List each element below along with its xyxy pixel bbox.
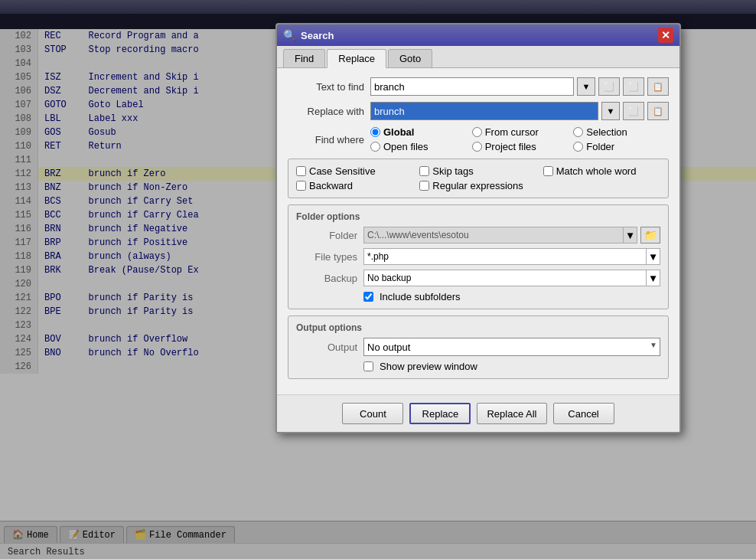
dialog-title: 🔍 Search xyxy=(283,29,334,41)
checkbox-item-case-sensitive[interactable]: Case Sensitive xyxy=(296,165,413,177)
checkbox-item-backward[interactable]: Backward xyxy=(296,180,413,191)
include-subfolders-checkbox[interactable] xyxy=(363,292,373,302)
backup-row: Backup ▼ xyxy=(296,270,660,286)
dialog-titlebar: 🔍 Search ✕ xyxy=(277,25,679,46)
backup-label: Backup xyxy=(296,273,357,284)
search-dialog: 🔍 Search ✕ FindReplaceGoto Text to find … xyxy=(275,23,681,433)
show-preview-label: Show preview window xyxy=(380,361,477,372)
checkbox-item-match-whole-word[interactable]: Match whole word xyxy=(543,165,660,177)
checkbox-label: Regular expressions xyxy=(432,180,523,191)
dialog-title-text: Search xyxy=(301,30,334,41)
radio-item-open_files[interactable]: Open files xyxy=(370,141,466,152)
include-subfolders-row: Include subfolders xyxy=(363,291,660,302)
text-to-find-input-wrap: ▼ ⬜ ⬜ 📋 xyxy=(370,77,669,96)
count-button[interactable]: Count xyxy=(342,403,403,424)
tab-find[interactable]: Find xyxy=(283,49,325,67)
text-to-find-label: Text to find xyxy=(288,81,364,93)
folder-input[interactable] xyxy=(363,227,624,244)
tab-goto[interactable]: Goto xyxy=(388,49,432,67)
replace-with-label: Replace with xyxy=(288,106,364,117)
checkbox-regular-expressions[interactable] xyxy=(419,181,429,191)
find-where-options: GlobalFrom cursorSelectionOpen filesProj… xyxy=(370,126,669,152)
radio-label-selection: Selection xyxy=(586,126,627,138)
folder-options-title: Folder options xyxy=(296,211,660,222)
backup-input[interactable] xyxy=(363,270,647,286)
radio-item-from_cursor[interactable]: From cursor xyxy=(472,126,568,138)
folder-label: Folder xyxy=(296,230,357,241)
find-btn-1[interactable]: ⬜ xyxy=(598,77,620,96)
radio-project_files[interactable] xyxy=(472,142,482,152)
file-types-label: File types xyxy=(296,251,357,263)
search-icon: 🔍 xyxy=(283,29,296,41)
file-types-row: File types ▼ xyxy=(296,248,660,265)
radio-label-open_files: Open files xyxy=(383,141,429,152)
checkbox-label: Case Sensitive xyxy=(309,165,376,177)
replace-with-input[interactable] xyxy=(370,102,598,120)
radio-item-selection[interactable]: Selection xyxy=(573,126,669,138)
output-label: Output xyxy=(296,342,357,353)
radio-label-folder: Folder xyxy=(586,141,614,152)
file-types-dropdown-btn[interactable]: ▼ xyxy=(647,248,660,265)
tab-replace[interactable]: Replace xyxy=(327,49,386,68)
radio-item-folder[interactable]: Folder xyxy=(573,141,669,152)
checkbox-case-sensitive[interactable] xyxy=(296,166,306,176)
radio-open_files[interactable] xyxy=(370,142,380,152)
dialog-tab-bar: FindReplaceGoto xyxy=(277,46,679,68)
checkbox-item-regular-expressions[interactable]: Regular expressions xyxy=(419,180,536,191)
dialog-close-button[interactable]: ✕ xyxy=(658,28,673,43)
radio-item-global[interactable]: Global xyxy=(370,126,466,138)
replace-with-input-wrap: ▼ ⬜ 📋 xyxy=(370,102,669,120)
radio-label-from_cursor: From cursor xyxy=(485,126,539,138)
find-history-btn[interactable]: ▼ xyxy=(577,77,595,96)
search-options-checkboxes: Case SensitiveSkip tagsMatch whole wordB… xyxy=(296,165,660,191)
include-subfolders-label: Include subfolders xyxy=(380,291,461,302)
checkbox-label: Skip tags xyxy=(432,165,473,177)
search-options-section: Case SensitiveSkip tagsMatch whole wordB… xyxy=(288,159,669,198)
cancel-button[interactable]: Cancel xyxy=(553,403,614,424)
replace-button[interactable]: Replace xyxy=(409,403,471,424)
find-where-row: Find where GlobalFrom cursorSelectionOpe… xyxy=(288,126,669,152)
button-row: Count Replace Replace All Cancel xyxy=(277,394,679,432)
folder-dropdown-btn[interactable]: ▼ xyxy=(624,227,637,244)
radio-item-project_files[interactable]: Project files xyxy=(472,141,568,152)
output-select-wrap: No output xyxy=(363,338,660,356)
output-select[interactable]: No output xyxy=(363,338,660,356)
find-where-label: Find where xyxy=(288,134,364,145)
replace-history-btn[interactable]: ▼ xyxy=(601,102,620,120)
checkbox-match-whole-word[interactable] xyxy=(543,166,553,176)
output-row: Output No output xyxy=(296,338,660,356)
folder-options-section: Folder options Folder ▼ 📁 File types ▼ xyxy=(288,204,669,309)
checkbox-backward[interactable] xyxy=(296,181,306,191)
folder-browse-btn[interactable]: 📁 xyxy=(640,227,660,244)
text-to-find-row: Text to find ▼ ⬜ ⬜ 📋 xyxy=(288,77,669,96)
output-options-section: Output options Output No output Show pre… xyxy=(288,315,669,379)
folder-row: Folder ▼ 📁 xyxy=(296,227,660,244)
checkbox-label: Match whole word xyxy=(556,165,637,177)
replace-with-row: Replace with ▼ ⬜ 📋 xyxy=(288,102,669,120)
output-options-title: Output options xyxy=(296,322,660,333)
find-btn-2[interactable]: ⬜ xyxy=(623,77,644,96)
dialog-body: Text to find ▼ ⬜ ⬜ 📋 Replace with ▼ ⬜ 📋 … xyxy=(277,68,679,394)
checkbox-skip-tags[interactable] xyxy=(419,166,429,176)
show-preview-row: Show preview window xyxy=(363,361,660,372)
find-btn-3[interactable]: 📋 xyxy=(647,77,669,96)
file-types-input[interactable] xyxy=(363,248,647,265)
radio-label-global: Global xyxy=(383,126,414,138)
show-preview-checkbox[interactable] xyxy=(363,361,373,371)
checkbox-label: Backward xyxy=(309,180,353,191)
radio-selection[interactable] xyxy=(573,127,583,137)
checkbox-item-skip-tags[interactable]: Skip tags xyxy=(419,165,536,177)
backup-dropdown-btn[interactable]: ▼ xyxy=(647,270,660,286)
text-to-find-input[interactable] xyxy=(370,77,574,96)
replace-btn-2[interactable]: 📋 xyxy=(647,102,669,120)
radio-label-project_files: Project files xyxy=(485,141,536,152)
radio-global[interactable] xyxy=(370,127,380,137)
file-types-input-wrap: ▼ xyxy=(363,248,660,265)
replace-btn-1[interactable]: ⬜ xyxy=(623,102,644,120)
folder-input-wrap: ▼ 📁 xyxy=(363,227,660,244)
radio-from_cursor[interactable] xyxy=(472,127,482,137)
radio-folder[interactable] xyxy=(573,142,583,152)
replace-all-button[interactable]: Replace All xyxy=(477,403,546,424)
backup-input-wrap: ▼ xyxy=(363,270,660,286)
